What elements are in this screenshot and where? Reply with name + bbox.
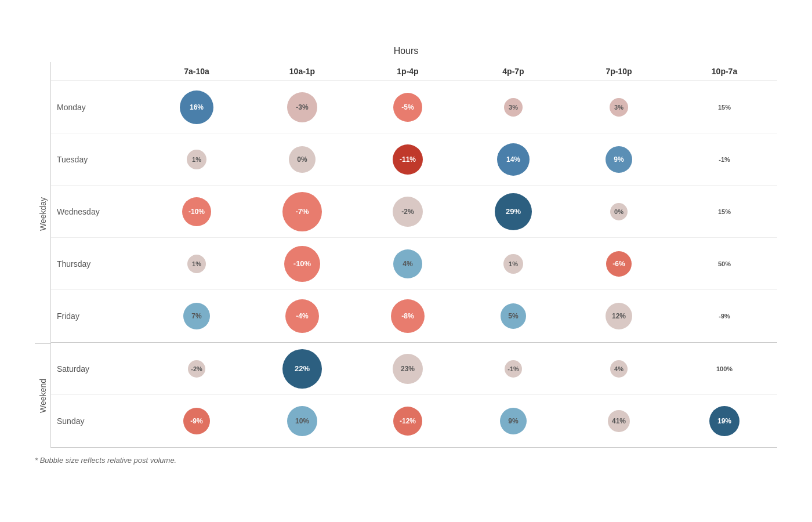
data-cell: 100% <box>672 343 777 394</box>
data-cell: 4% <box>566 343 672 394</box>
bubble: -4% <box>285 299 319 333</box>
data-cell: 9% <box>566 133 672 185</box>
weekend-section: Saturday-2%22%23%-1%4%100%Sunday-9%10%-1… <box>51 343 777 448</box>
data-cell: -3% <box>249 81 355 133</box>
data-cell: 4% <box>355 238 461 289</box>
bubble: 0% <box>610 203 628 220</box>
data-cell: 15% <box>672 81 777 133</box>
data-cell: 12% <box>566 290 672 342</box>
bubble: -12% <box>393 407 422 436</box>
chart-container: Hours Weekday Weekend 7a-10a 10a-1p 1p-4… <box>17 34 795 488</box>
row-label-thursday: Thursday <box>51 238 144 289</box>
data-cell: -12% <box>355 395 461 447</box>
table-row: Thursday1%-10%4%1%-6%50% <box>51 238 777 290</box>
data-cell: 3% <box>566 81 672 133</box>
table-row: Monday16%-3%-5%3%3%15% <box>51 81 777 133</box>
col-header-10a1p: 10a-1p <box>249 62 355 81</box>
bubble: 29% <box>495 193 532 230</box>
bubble: -1% <box>716 151 733 168</box>
bubble: 1% <box>187 255 206 273</box>
main-grid: 7a-10a 10a-1p 1p-4p 4p-7p 7p-10p 10p-7a … <box>51 62 777 448</box>
bubble: -9% <box>716 308 733 324</box>
data-cell: -7% <box>249 186 355 237</box>
bubble: 15% <box>716 204 733 220</box>
weekend-label: Weekend <box>35 344 50 448</box>
data-cell: -6% <box>566 238 672 289</box>
bubble: 100% <box>716 361 733 377</box>
footer-note: * Bubble size reflects relative post vol… <box>35 456 777 465</box>
data-cell: 1% <box>461 238 566 289</box>
data-cell: 1% <box>144 133 249 185</box>
row-label-saturday: Saturday <box>51 343 144 394</box>
bubble: 12% <box>606 303 632 329</box>
data-cell: 16% <box>144 81 249 133</box>
table-row: Sunday-9%10%-12%9%41%19% <box>51 395 777 447</box>
bubble: 10% <box>287 406 317 436</box>
data-cell: -4% <box>249 290 355 342</box>
bubble: 7% <box>183 303 210 329</box>
col-header-blank <box>51 62 144 81</box>
data-cell: -8% <box>355 290 461 342</box>
table-row: Friday7%-4%-8%5%12%-9% <box>51 290 777 342</box>
bubble: -6% <box>606 251 632 277</box>
data-cell: 22% <box>249 343 355 394</box>
col-header-7p10p: 7p-10p <box>566 62 672 81</box>
data-cell: -2% <box>355 186 461 237</box>
weekday-section: Monday16%-3%-5%3%3%15%Tuesday1%0%-11%14%… <box>51 81 777 343</box>
data-cell: 3% <box>461 81 566 133</box>
bubble: 41% <box>608 410 630 432</box>
header-row: 7a-10a 10a-1p 1p-4p 4p-7p 7p-10p 10p-7a <box>51 62 777 81</box>
data-cell: -5% <box>355 81 461 133</box>
data-cell: 23% <box>355 343 461 394</box>
bubble: -2% <box>393 197 423 227</box>
data-cell: -9% <box>144 395 249 447</box>
bubble: 19% <box>709 406 740 436</box>
bubble: 4% <box>610 360 628 378</box>
bubble: 0% <box>289 146 316 173</box>
data-cell: 10% <box>249 395 355 447</box>
bubble: 50% <box>716 256 733 272</box>
data-cell: 29% <box>461 186 566 237</box>
bubble: -10% <box>182 197 211 226</box>
data-cell: 9% <box>461 395 566 447</box>
row-label-tuesday: Tuesday <box>51 133 144 185</box>
data-cell: 0% <box>249 133 355 185</box>
data-cell: -2% <box>144 343 249 394</box>
data-cell: 5% <box>461 290 566 342</box>
col-header-1p4p: 1p-4p <box>355 62 461 81</box>
table-row: Wednesday-10%-7%-2%29%0%15% <box>51 186 777 238</box>
data-cell: -1% <box>672 133 777 185</box>
data-cell: -9% <box>672 290 777 342</box>
bubble: 22% <box>282 349 322 389</box>
data-cell: 50% <box>672 238 777 289</box>
table-row: Saturday-2%22%23%-1%4%100% <box>51 343 777 395</box>
bubble: -7% <box>282 192 322 231</box>
bubble: -10% <box>284 246 320 282</box>
chart-title: Hours <box>35 46 777 56</box>
data-cell: -10% <box>249 238 355 289</box>
bubble: -11% <box>393 144 423 175</box>
bubble: 3% <box>504 98 523 117</box>
data-cell: 0% <box>566 186 672 237</box>
bubble: 9% <box>500 408 527 434</box>
bubble: -5% <box>393 93 422 122</box>
data-cell: 19% <box>672 395 777 447</box>
bubble: 15% <box>716 99 733 115</box>
bubble: -8% <box>391 299 425 333</box>
data-cell: -11% <box>355 133 461 185</box>
row-label-wednesday: Wednesday <box>51 186 144 237</box>
row-label-monday: Monday <box>51 81 144 133</box>
bubble: -9% <box>183 408 210 434</box>
bubble: 5% <box>501 303 526 329</box>
col-header-4p7p: 4p-7p <box>461 62 566 81</box>
data-cell: 14% <box>461 133 566 185</box>
data-cell: -1% <box>461 343 566 394</box>
row-label-friday: Friday <box>51 290 144 342</box>
col-header-7a10a: 7a-10a <box>144 62 249 81</box>
bubble: -3% <box>287 92 317 122</box>
bubble: 3% <box>610 98 628 117</box>
bubble: 4% <box>393 249 422 278</box>
data-cell: -10% <box>144 186 249 237</box>
row-label-sunday: Sunday <box>51 395 144 447</box>
table-row: Tuesday1%0%-11%14%9%-1% <box>51 133 777 186</box>
